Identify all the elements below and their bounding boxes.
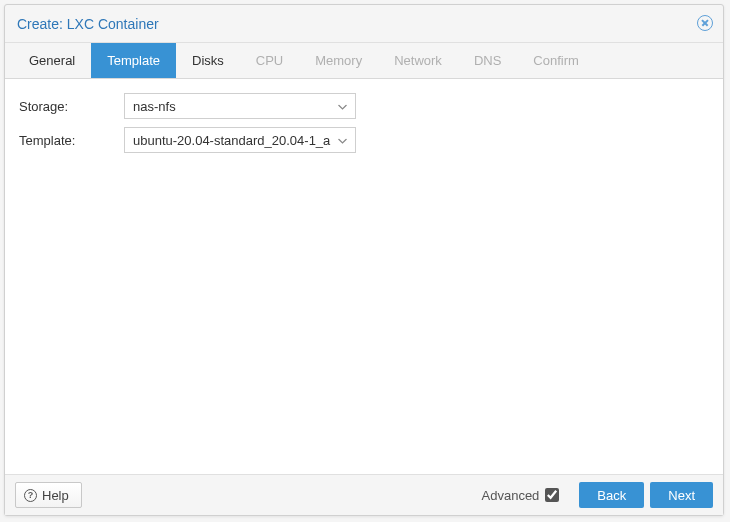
tab-disks[interactable]: Disks	[176, 43, 240, 78]
chevron-down-icon	[338, 133, 347, 148]
footer: ? Help Advanced Back Next	[5, 475, 723, 515]
next-button[interactable]: Next	[650, 482, 713, 508]
tab-cpu: CPU	[240, 43, 299, 78]
storage-label: Storage:	[19, 99, 124, 114]
tab-bar: General Template Disks CPU Memory Networ…	[5, 43, 723, 79]
tab-memory: Memory	[299, 43, 378, 78]
template-row: Template: ubuntu-20.04-standard_20.04-1_…	[19, 127, 709, 153]
tab-dns: DNS	[458, 43, 517, 78]
storage-row: Storage: nas-nfs	[19, 93, 709, 119]
help-icon: ?	[24, 489, 37, 502]
window-title: Create: LXC Container	[17, 16, 159, 32]
storage-select[interactable]: nas-nfs	[124, 93, 356, 119]
tab-general[interactable]: General	[13, 43, 91, 78]
template-value: ubuntu-20.04-standard_20.04-1_a	[133, 133, 330, 148]
dialog-window: Create: LXC Container General Template D…	[4, 4, 724, 516]
template-select[interactable]: ubuntu-20.04-standard_20.04-1_a	[124, 127, 356, 153]
titlebar: Create: LXC Container	[5, 5, 723, 43]
content-panel: Storage: nas-nfs Template: ubuntu-20.04-…	[5, 79, 723, 475]
template-label: Template:	[19, 133, 124, 148]
close-icon[interactable]	[697, 15, 713, 31]
advanced-checkbox[interactable]	[545, 488, 559, 502]
help-label: Help	[42, 488, 69, 503]
back-button[interactable]: Back	[579, 482, 644, 508]
tab-template[interactable]: Template	[91, 43, 176, 78]
chevron-down-icon	[338, 99, 347, 114]
tab-confirm: Confirm	[517, 43, 595, 78]
help-button[interactable]: ? Help	[15, 482, 82, 508]
tab-network: Network	[378, 43, 458, 78]
storage-value: nas-nfs	[133, 99, 176, 114]
advanced-label: Advanced	[482, 488, 540, 503]
